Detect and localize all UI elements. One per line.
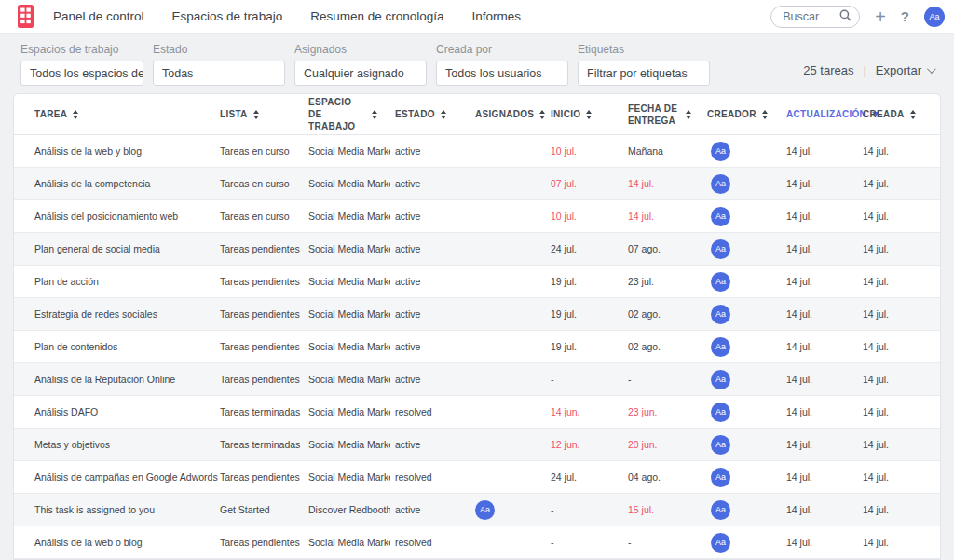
table-row[interactable]: Análisis de la Reputación OnlineTareas p… xyxy=(14,363,940,396)
table-row[interactable]: Plan de contenidosTareas pendientesSocia… xyxy=(14,331,940,363)
column-header-created[interactable]: CREADA xyxy=(863,109,920,119)
creator-avatar: Aa xyxy=(711,435,730,455)
cell-workspace: Social Media Marketing xyxy=(308,341,395,352)
start-date: 10 jul. xyxy=(551,211,577,222)
list-text: Tareas pendientes xyxy=(220,276,300,287)
table-row[interactable]: Metas y objetivosTareas terminadasSocial… xyxy=(14,429,940,461)
created-text: 14 jul. xyxy=(863,145,889,157)
table-row[interactable]: Estrategia de redes socialesTareas pendi… xyxy=(14,298,940,331)
cell-start: 10 jul. xyxy=(551,211,628,222)
updated-text: 14 jul. xyxy=(786,145,812,157)
list-text: Tareas pendientes xyxy=(220,537,300,548)
column-label-created: CREADA xyxy=(863,109,905,119)
table-row[interactable]: Análisis de la competenciaTareas en curs… xyxy=(14,168,940,200)
creator-avatar: Aa xyxy=(711,207,730,226)
nav-item-espacios-de-trabajo[interactable]: Espacios de trabajo xyxy=(172,9,283,23)
nav-item-informes[interactable]: Informes xyxy=(472,9,522,23)
sort-down-icon xyxy=(910,116,916,119)
table-row[interactable]: This task is assigned to youGet StartedD… xyxy=(14,494,940,526)
cell-due: 20 jun. xyxy=(628,439,707,450)
table-row[interactable]: Plan de acciónTareas pendientesSocial Me… xyxy=(14,266,940,298)
task-text: Plan de acción xyxy=(34,276,99,287)
task-text: Metas y objetivos xyxy=(34,439,110,450)
redbooth-logo-icon[interactable] xyxy=(17,5,34,28)
help-icon[interactable]: ? xyxy=(901,8,909,24)
cell-workspace: Social Media Marketing xyxy=(308,276,395,287)
cell-creator: Aa xyxy=(707,207,786,226)
table-row[interactable]: Análisis DAFOTareas terminadasSocial Med… xyxy=(14,396,940,429)
cell-created: 14 jul. xyxy=(863,211,920,222)
workspace-name: Social Media Marketing xyxy=(308,211,390,222)
cell-start: 10 jul. xyxy=(551,145,628,157)
cell-updated: 14 jul. xyxy=(786,471,863,483)
filter-label-tags: Etiquetas xyxy=(578,43,710,56)
column-header-start[interactable]: INICIO xyxy=(551,109,628,119)
nav-item-panel-de-control[interactable]: Panel de control xyxy=(53,9,144,23)
due-date: 02 ago. xyxy=(628,341,661,352)
table-row[interactable]: Plan general de social mediaTareas pendi… xyxy=(14,233,940,266)
sort-down-icon xyxy=(586,116,592,119)
export-label: Exportar xyxy=(876,63,921,77)
sort-down-icon xyxy=(441,116,446,119)
start-date: 14 jun. xyxy=(551,406,580,417)
export-button[interactable]: Exportar xyxy=(876,63,934,77)
filter-select-workspaces[interactable]: Todos los espacios de t... xyxy=(20,61,143,86)
created-text: 14 jul. xyxy=(863,308,889,320)
cell-updated: 14 jul. xyxy=(786,406,863,417)
sort-down-icon xyxy=(73,116,78,119)
updated-text: 14 jul. xyxy=(786,374,812,385)
due-date: 07 ago. xyxy=(628,243,661,254)
nav-item-resumen-de-cronología[interactable]: Resumen de cronología xyxy=(310,9,443,23)
list-text: Tareas terminadas xyxy=(220,439,300,450)
column-header-task[interactable]: TAREA xyxy=(34,109,220,119)
table-row[interactable]: Análisis del posicionamiento webTareas e… xyxy=(14,200,940,233)
cell-task: Metas y objetivos xyxy=(34,439,220,450)
table-row[interactable]: Análisis de la web y blogTareas en curso… xyxy=(14,135,940,168)
column-header-workspace[interactable]: ESPACIO DE TRABAJO xyxy=(308,96,395,132)
sort-up-icon xyxy=(910,110,916,114)
created-text: 14 jul. xyxy=(863,471,889,483)
user-avatar[interactable]: Aa xyxy=(924,7,945,27)
filter-select-status[interactable]: Todas xyxy=(153,61,285,86)
due-date: 23 jun. xyxy=(628,406,658,417)
status-text: active xyxy=(395,308,420,320)
column-header-assignees[interactable]: ASIGNADOS xyxy=(475,109,551,119)
filter-select-assignees[interactable]: Cualquier asignado xyxy=(294,61,427,86)
sort-icon-created xyxy=(910,110,916,119)
cell-status: active xyxy=(395,276,475,287)
sort-up-icon xyxy=(762,110,768,114)
updated-text: 14 jul. xyxy=(786,276,812,287)
column-header-creator[interactable]: CREADOR xyxy=(707,109,786,119)
filter-select-tags[interactable]: Filtrar por etiquetas xyxy=(578,61,710,86)
cell-due: 02 ago. xyxy=(628,308,707,320)
cell-creator: Aa xyxy=(707,500,786,520)
table-row[interactable]: Análisis de campañas en Google Adwords y… xyxy=(14,461,940,494)
sort-up-icon xyxy=(539,110,545,114)
cell-status: active xyxy=(395,504,475,515)
start-date: 24 jul. xyxy=(551,471,577,483)
search-input[interactable]: Buscar xyxy=(770,6,860,28)
sort-down-icon xyxy=(253,116,259,119)
cell-updated: 14 jul. xyxy=(786,341,863,352)
cell-start: 19 jul. xyxy=(551,308,628,320)
column-header-due[interactable]: FECHA DE ENTREGA xyxy=(628,102,707,127)
status-text: active xyxy=(395,504,420,515)
task-text: Plan de contenidos xyxy=(34,341,117,352)
cell-status: active xyxy=(395,439,475,450)
task-text: Análisis de campañas en Google Adwords y… xyxy=(34,471,220,483)
add-icon[interactable]: + xyxy=(875,7,886,26)
cell-task: Análisis del posicionamiento web xyxy=(34,211,220,222)
start-date: 12 jun. xyxy=(551,439,580,450)
sort-up-icon xyxy=(372,110,377,114)
cell-task: Análisis de la Reputación Online xyxy=(34,374,220,385)
cell-due: 23 jun. xyxy=(628,406,707,417)
column-header-status[interactable]: ESTADO xyxy=(395,109,475,119)
sort-icon-workspace xyxy=(372,110,377,119)
cell-status: active xyxy=(395,243,475,254)
column-header-updated[interactable]: ACTUALIZACIÓN xyxy=(786,109,863,119)
cell-updated: 14 jul. xyxy=(786,308,863,320)
filter-select-created-by[interactable]: Todos los usuarios xyxy=(436,61,568,86)
column-header-list[interactable]: LISTA xyxy=(220,109,308,119)
table-row[interactable]: Análisis de la web o blogTareas pendient… xyxy=(14,526,940,559)
status-text: active xyxy=(395,243,420,254)
